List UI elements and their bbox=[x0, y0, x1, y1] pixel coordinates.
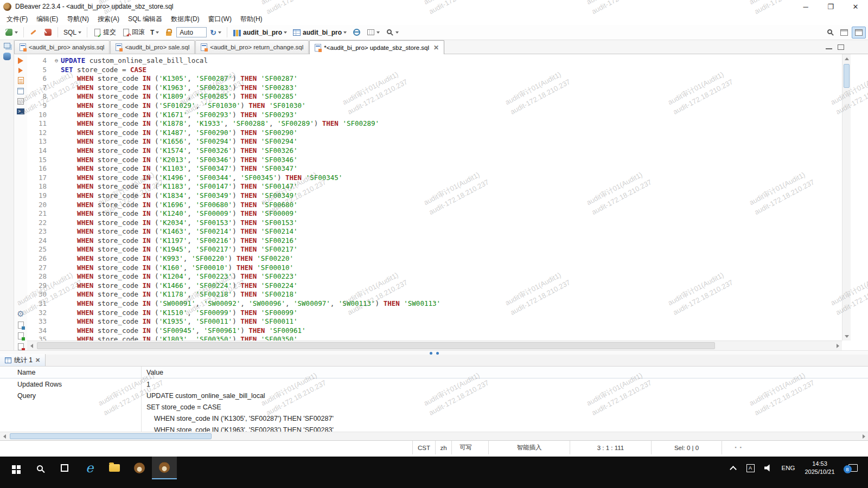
clock[interactable]: 14:53 2025/10/21 bbox=[799, 457, 841, 479]
vertical-scrollbar[interactable] bbox=[842, 54, 851, 341]
editor-toolbar-rail: >_ ⚙ bbox=[14, 54, 27, 350]
editor-tab[interactable]: <audit_bi_pro> analysis.sql bbox=[14, 40, 110, 54]
sql-dialect-selector[interactable]: SQL bbox=[61, 28, 84, 37]
statistics-tab[interactable]: 统计 1 ✕ bbox=[0, 354, 46, 366]
scroll-right-icon[interactable] bbox=[833, 342, 842, 350]
line-number: 4 bbox=[27, 56, 52, 66]
network-button[interactable] bbox=[350, 27, 363, 38]
editor-tab[interactable]: <audit_bi_pro> sale.sql bbox=[110, 40, 195, 54]
result-row[interactable]: QueryUPDATE custom_online_sale_bill_loca… bbox=[0, 390, 868, 401]
refresh-button[interactable]: ↻ bbox=[208, 27, 224, 38]
result-row[interactable]: SET store_code = CASE bbox=[0, 401, 868, 413]
menubar-item[interactable]: 数据库(D) bbox=[167, 14, 204, 25]
scroll-up-icon[interactable] bbox=[843, 54, 851, 63]
volume-button[interactable] bbox=[760, 457, 778, 479]
ime-indicator[interactable]: A bbox=[741, 457, 760, 479]
file-explorer-button[interactable] bbox=[102, 457, 127, 479]
vertical-scrollbar-thumb[interactable] bbox=[844, 64, 850, 88]
menubar-item[interactable]: 搜索(A) bbox=[93, 14, 124, 25]
results-horizontal-scrollbar[interactable] bbox=[0, 432, 868, 440]
settings-gear-icon[interactable]: ⚙ bbox=[17, 310, 24, 318]
fold-gutter bbox=[52, 236, 61, 246]
quick-access-search-button[interactable] bbox=[824, 27, 837, 38]
menubar-item[interactable]: 窗口(W) bbox=[204, 14, 236, 25]
rollback-button[interactable]: 回滚 bbox=[119, 27, 147, 38]
database-navigator-icon[interactable] bbox=[3, 53, 11, 60]
language-indicator[interactable]: ENG bbox=[778, 457, 799, 479]
new-sql-editor-button[interactable] bbox=[27, 27, 40, 38]
maximize-button[interactable]: ❐ bbox=[818, 0, 843, 13]
horizontal-scrollbar-thumb[interactable] bbox=[37, 342, 715, 349]
results-scrollbar-thumb[interactable] bbox=[10, 433, 212, 439]
column-header-value[interactable]: Value bbox=[141, 369, 163, 376]
fold-gutter bbox=[52, 119, 61, 129]
restore-panel-icon[interactable] bbox=[4, 43, 10, 48]
transaction-lock-button[interactable] bbox=[162, 27, 175, 38]
editor-tab[interactable]: *<audit_bi_pro> update_sbz_store.sql✕ bbox=[309, 40, 444, 54]
search-button[interactable] bbox=[383, 27, 401, 38]
horizontal-scrollbar[interactable] bbox=[27, 341, 842, 350]
open-connection-button[interactable] bbox=[2, 27, 20, 38]
search-icon bbox=[827, 29, 832, 34]
start-button[interactable] bbox=[2, 457, 27, 479]
result-row[interactable]: WHEN store_code IN ('K1305', 'SF00287') … bbox=[0, 413, 868, 424]
status-icon[interactable]: ▪ bbox=[740, 445, 742, 450]
code-text: WHEN store_code IN ('K1240', 'SF00009') … bbox=[61, 209, 298, 219]
dbeaver-taskbar-button[interactable] bbox=[127, 457, 152, 479]
internet-explorer-button[interactable]: e bbox=[77, 457, 102, 479]
editor-tab[interactable]: <audit_bi_pro> return_change.sql bbox=[195, 40, 309, 54]
close-tab-icon[interactable]: ✕ bbox=[35, 357, 40, 364]
auto-commit-select[interactable]: Auto bbox=[176, 27, 207, 37]
column-header-name[interactable]: Name bbox=[0, 369, 141, 376]
connection-selector[interactable]: audit_bi_pro bbox=[231, 27, 289, 38]
commit-button[interactable]: 提交 bbox=[91, 27, 118, 38]
save-script-icon[interactable] bbox=[18, 332, 24, 339]
menubar-item[interactable]: 编辑(E) bbox=[32, 14, 62, 25]
panel-splitter[interactable] bbox=[0, 350, 868, 355]
menubar-item[interactable]: 帮助(H) bbox=[236, 14, 267, 25]
menubar-item[interactable]: 导航(N) bbox=[62, 14, 93, 25]
minimize-view-icon[interactable] bbox=[826, 45, 832, 49]
log-file-icon[interactable] bbox=[18, 343, 24, 350]
maximize-view-icon[interactable] bbox=[838, 44, 844, 50]
code-text: WHEN store_code IN ('K160', 'SF00010') T… bbox=[61, 264, 293, 273]
execute-script-icon[interactable] bbox=[18, 68, 23, 73]
status-icon[interactable]: ▪ bbox=[735, 445, 736, 450]
menubar-item[interactable]: 文件(F) bbox=[2, 14, 32, 25]
perspective-button[interactable] bbox=[838, 27, 851, 38]
fold-gutter bbox=[52, 74, 61, 84]
minimize-button[interactable]: ─ bbox=[793, 0, 818, 13]
search-icon bbox=[387, 29, 392, 34]
code-text: WHEN store_code IN ('K1487', 'SF00290') … bbox=[61, 129, 298, 138]
scroll-right-icon[interactable] bbox=[859, 432, 868, 441]
results-mode-button[interactable] bbox=[364, 27, 382, 38]
code-text: WHEN store_code IN ('K1305', 'SF00287') … bbox=[61, 74, 298, 84]
explain-plan-icon[interactable] bbox=[17, 88, 24, 94]
database-selector[interactable]: audit_bi_pro bbox=[290, 27, 349, 38]
sql-script-icon[interactable] bbox=[18, 77, 24, 84]
export-result-icon[interactable] bbox=[18, 322, 24, 329]
close-button[interactable]: ✕ bbox=[843, 0, 868, 13]
transaction-mode-button[interactable]: T bbox=[148, 28, 161, 37]
result-row[interactable]: Updated Rows1 bbox=[0, 378, 868, 390]
sql-editor[interactable]: 4⊖UPDATE custom_online_sale_bill_local5S… bbox=[27, 54, 851, 350]
dbeaver-perspective-button[interactable] bbox=[852, 27, 866, 38]
fold-gutter bbox=[52, 137, 61, 146]
code-area[interactable]: 4⊖UPDATE custom_online_sale_bill_local5S… bbox=[27, 56, 842, 341]
close-tab-icon[interactable]: ✕ bbox=[433, 44, 439, 52]
scroll-left-icon[interactable] bbox=[0, 432, 9, 441]
fold-collapse-icon[interactable]: ⊖ bbox=[52, 56, 61, 66]
output-console-icon[interactable]: >_ bbox=[17, 108, 24, 114]
action-center-button[interactable]: 8 bbox=[841, 457, 865, 479]
scroll-down-icon[interactable] bbox=[843, 332, 851, 341]
code-text: WHEN store_code IN ('K1963', 'SF00283') … bbox=[61, 84, 298, 93]
taskbar-search-button[interactable] bbox=[27, 457, 52, 479]
analyze-icon[interactable] bbox=[17, 98, 24, 105]
show-hidden-icons-button[interactable] bbox=[725, 457, 741, 479]
dbeaver-active-taskbar-button[interactable] bbox=[152, 457, 177, 479]
execute-statement-icon[interactable] bbox=[18, 57, 23, 64]
disconnect-button[interactable] bbox=[41, 27, 54, 38]
scroll-left-icon[interactable] bbox=[27, 342, 36, 350]
task-view-button[interactable] bbox=[52, 457, 77, 479]
menubar-item[interactable]: SQL 编辑器 bbox=[124, 14, 167, 25]
